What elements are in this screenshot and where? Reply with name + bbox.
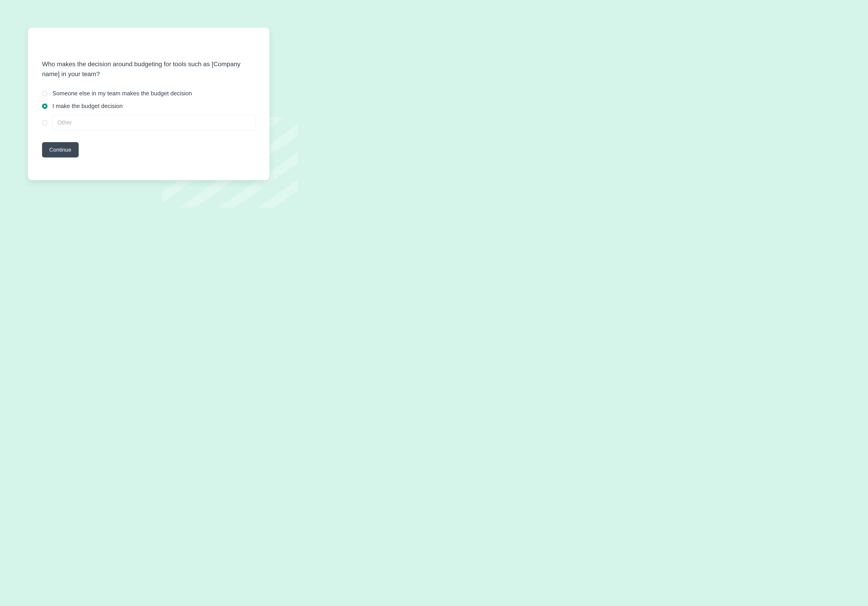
option-label: Someone else in my team makes the budget… [53,90,192,97]
other-text-input[interactable] [53,115,256,130]
survey-card: Who makes the decision around budgeting … [28,28,270,180]
survey-question: Who makes the decision around budgeting … [42,59,245,79]
radio-icon[interactable] [42,120,48,125]
option-row-i-make[interactable]: I make the budget decision [42,102,256,110]
option-row-other[interactable] [42,115,256,130]
other-input-wrap [53,115,256,130]
radio-selected-icon[interactable] [42,104,48,109]
radio-icon[interactable] [42,91,48,96]
option-row-someone-else[interactable]: Someone else in my team makes the budget… [42,90,256,97]
survey-options: Someone else in my team makes the budget… [42,90,256,130]
option-label: I make the budget decision [53,102,123,110]
continue-button[interactable]: Continue [42,142,79,158]
